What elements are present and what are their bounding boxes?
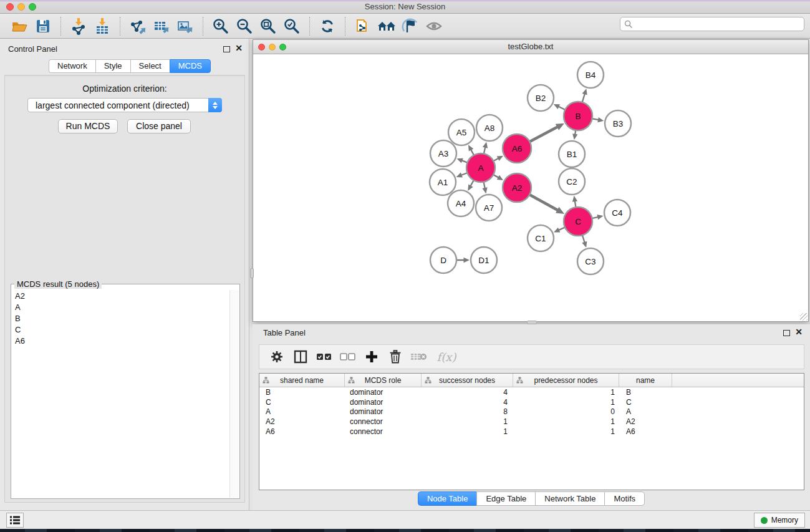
table-cell: connector [345, 417, 422, 426]
close-panel-button[interactable]: ✕ [235, 42, 243, 54]
network-window-title: testGlobe.txt [253, 40, 808, 54]
zoom-fit-button[interactable] [258, 16, 279, 36]
tab-mcds[interactable]: MCDS [170, 59, 211, 73]
close-panel-button-mcds[interactable]: Close panel [127, 119, 191, 133]
table-row[interactable]: Bdominator41B [259, 387, 804, 397]
network-minimize-button[interactable] [269, 44, 276, 51]
column-edit-icon [263, 377, 269, 384]
node-label: A7 [484, 203, 494, 213]
table-row[interactable]: Adominator80A [259, 407, 804, 417]
network-view-window: testGlobe.txt B4B2BB3A5A8A6B1A3AA1C2A2A4… [253, 39, 809, 322]
node-label: A5 [456, 128, 467, 137]
result-list-item[interactable]: C [12, 324, 230, 335]
task-history-button[interactable] [6, 513, 24, 528]
table-row[interactable]: A2connector11A2 [259, 417, 804, 427]
float-panel-button[interactable] [223, 44, 230, 55]
export-image-icon [176, 17, 195, 36]
split-divider-vertical-knob[interactable] [250, 268, 254, 278]
table-settings-button[interactable] [267, 347, 287, 366]
column-edit-icon [425, 377, 432, 384]
table-cell: B [619, 388, 672, 397]
network-canvas[interactable]: B4B2BB3A5A8A6B1A3AA1C2A2A4A7C4CC1C3DD1 [253, 54, 808, 321]
node-label: C4 [612, 208, 623, 218]
memory-button[interactable]: Memory [754, 513, 805, 528]
home-layout-button[interactable] [376, 16, 397, 36]
search-icon [624, 20, 633, 29]
search-input[interactable] [633, 19, 804, 30]
column-header-name[interactable]: name [619, 374, 672, 387]
show-hide-button[interactable] [423, 16, 445, 36]
export-network-button[interactable] [127, 16, 148, 36]
edge-arrowhead-icon [597, 117, 604, 122]
table-row[interactable]: A6connector11A6 [259, 427, 804, 437]
mcds-result-group: MCDS result (5 nodes) A2ABCA6 [11, 284, 240, 499]
column-header-successor-nodes[interactable]: successor nodes [422, 374, 513, 387]
tab-network-table[interactable]: Network Table [535, 491, 604, 506]
select-all-columns-button[interactable] [314, 347, 334, 366]
open-file-button[interactable] [9, 16, 30, 36]
toolbar-separator [203, 17, 203, 36]
node-label: D1 [478, 256, 489, 265]
export-image-button[interactable] [175, 16, 196, 36]
tab-motifs[interactable]: Motifs [604, 491, 645, 506]
result-list-item[interactable]: A [12, 301, 230, 312]
gear-icon [270, 350, 284, 364]
result-list-scrollbar[interactable] [229, 290, 239, 498]
plus-icon [365, 350, 378, 364]
column-header-MCDS-role[interactable]: MCDS role [345, 374, 422, 387]
delete-table-button[interactable] [409, 347, 429, 366]
network-zoom-button[interactable] [279, 44, 286, 51]
network-canvas-area[interactable]: B4B2BB3A5A8A6B1A3AA1C2A2A4A7C4CC1C3DD1 [253, 54, 808, 321]
edge-arrowhead-icon [456, 173, 463, 178]
zoom-out-button[interactable] [234, 16, 255, 36]
tab-edge-table[interactable]: Edge Table [476, 491, 535, 506]
table-cell: A [259, 407, 345, 416]
result-list-item[interactable]: A6 [12, 335, 230, 346]
run-mcds-button[interactable]: Run MCDS [58, 119, 118, 133]
export-table-icon [152, 17, 171, 36]
table-cell: C [259, 398, 345, 407]
table-panel: Table Panel ✕ [253, 324, 810, 510]
clear-flags-button[interactable] [400, 16, 421, 36]
search-field[interactable] [620, 17, 804, 31]
resize-grip[interactable] [800, 313, 808, 321]
column-header-predecessor-nodes[interactable]: predecessor nodes [513, 374, 619, 387]
unselect-all-columns-button[interactable] [338, 347, 358, 366]
node-label: C2 [566, 177, 577, 186]
node-label: B4 [586, 70, 596, 80]
close-table-panel-button[interactable]: ✕ [795, 326, 803, 337]
table-row[interactable]: Cdominator41C [259, 397, 804, 407]
import-network-button[interactable] [68, 16, 89, 36]
tab-network[interactable]: Network [49, 59, 95, 73]
float-table-panel-button[interactable] [783, 327, 790, 339]
result-list-item[interactable]: B [12, 312, 230, 324]
memory-status-icon [761, 517, 768, 524]
function-builder-button[interactable]: f(x) [433, 347, 460, 366]
minimize-window-button[interactable] [17, 3, 25, 11]
table-toolbar: f(x) [259, 344, 804, 369]
zoom-window-button[interactable] [29, 3, 36, 11]
table-cell: B [259, 388, 345, 397]
toolbar-separator [120, 17, 120, 36]
column-header-label: successor nodes [439, 376, 495, 385]
result-list-item[interactable]: A2 [12, 290, 230, 301]
import-table-button[interactable] [92, 16, 113, 36]
save-session-button[interactable] [32, 16, 54, 36]
close-window-button[interactable] [6, 3, 14, 11]
criterion-dropdown[interactable]: largest connected component (directed) [27, 98, 222, 112]
column-header-shared-name[interactable]: shared name [259, 374, 345, 387]
table-mode-button[interactable] [291, 347, 311, 366]
table-cell: 1 [422, 417, 513, 426]
refresh-button[interactable] [317, 16, 338, 36]
new-session-from-network-button[interactable] [352, 16, 374, 36]
tab-node-table[interactable]: Node Table [418, 491, 477, 506]
zoom-in-button[interactable] [210, 16, 231, 36]
export-table-button[interactable] [151, 16, 172, 36]
tab-select[interactable]: Select [130, 59, 170, 73]
tab-style[interactable]: Style [95, 59, 130, 73]
delete-columns-button[interactable] [385, 347, 405, 366]
add-column-button[interactable] [362, 347, 382, 366]
zoom-selected-button[interactable] [281, 16, 302, 36]
function-icon: f(x) [437, 351, 456, 364]
network-close-button[interactable] [258, 44, 265, 51]
